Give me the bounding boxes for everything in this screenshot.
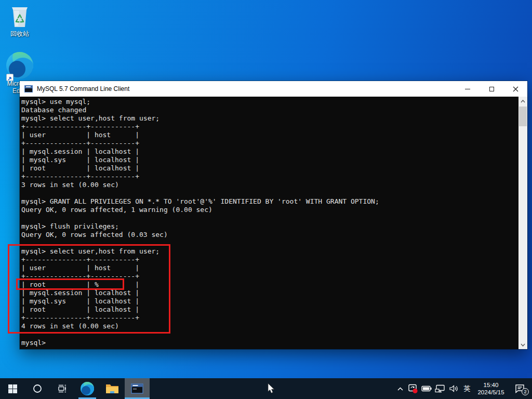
action-center-button[interactable]: 2 [508, 378, 532, 399]
close-icon [513, 86, 518, 92]
maximize-button[interactable] [480, 81, 503, 97]
recycle-bin-icon[interactable]: 回收站 [0, 4, 39, 37]
network-tray-icon[interactable] [433, 378, 447, 399]
window-titlebar[interactable]: MySQL 5.7 Command Line Client [20, 81, 527, 97]
start-button[interactable] [0, 378, 25, 399]
mysql-window-icon [24, 85, 33, 92]
file-explorer-button[interactable] [100, 378, 125, 399]
file-explorer-icon [105, 383, 119, 394]
scrollbar-thumb[interactable] [519, 107, 527, 126]
taskbar: 英 15:40 2024/5/15 2 [0, 378, 532, 399]
task-view-icon [57, 383, 68, 394]
battery-tray-icon[interactable] [420, 378, 433, 399]
close-button[interactable] [503, 81, 527, 97]
battery-icon [421, 383, 432, 394]
network-icon [434, 383, 446, 394]
annotation-rect-inner [16, 278, 124, 290]
clock-time: 15:40 [477, 381, 504, 389]
taskbar-mysql-button[interactable] [125, 378, 150, 399]
maximize-icon [489, 87, 494, 91]
ime-indicator[interactable]: 英 [460, 378, 474, 399]
chevron-up-icon [521, 100, 525, 103]
recycle-bin-glyph [8, 4, 32, 29]
notification-badge: 2 [522, 388, 529, 395]
volume-tray-icon[interactable] [447, 378, 460, 399]
clock-date: 2024/5/15 [477, 389, 504, 396]
sync-icon [407, 383, 419, 394]
terminal-scrollbar[interactable] [518, 97, 527, 349]
mysql-cli-icon [130, 382, 144, 395]
search-icon [33, 384, 42, 393]
window-title: MySQL 5.7 Command Line Client [37, 85, 129, 92]
windows-logo-icon [8, 384, 17, 393]
sync-alert-tray-icon[interactable] [406, 378, 420, 399]
taskbar-edge-button[interactable] [75, 378, 100, 399]
desktop: 回收站 Microsoft Edge MySQL 5.7 Command Lin… [0, 0, 532, 399]
tray-expand-button[interactable] [394, 378, 406, 399]
scroll-up-button[interactable] [518, 97, 527, 105]
chevron-up-icon [397, 387, 403, 391]
taskbar-clock[interactable]: 15:40 2024/5/15 [474, 378, 508, 399]
chevron-down-icon [521, 343, 525, 347]
scroll-down-button[interactable] [518, 340, 527, 349]
edge-icon [81, 382, 94, 395]
minimize-button[interactable] [456, 81, 480, 97]
search-button[interactable] [25, 378, 50, 399]
recycle-bin-label: 回收站 [0, 30, 39, 37]
minimize-icon [465, 89, 470, 89]
volume-icon [448, 383, 459, 394]
mouse-cursor [268, 383, 275, 394]
task-view-button[interactable] [50, 378, 75, 399]
shortcut-arrow-icon [6, 74, 14, 81]
